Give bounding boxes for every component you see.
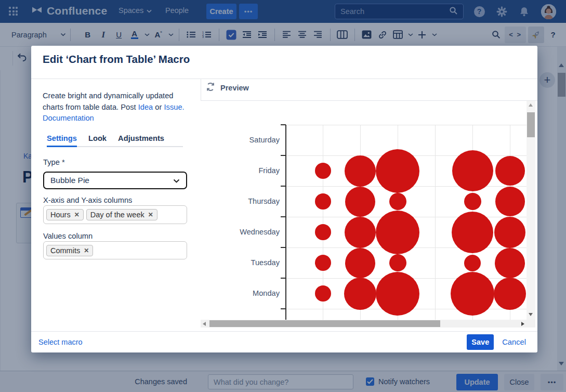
chart-bubble <box>495 156 525 186</box>
type-select-value: Bubble Pie <box>50 176 89 185</box>
y-axis-label: Monday <box>201 289 280 297</box>
column-tag: Hours✕ <box>46 209 84 220</box>
axes-columns-label: X-axis and Y-axis columns <box>43 196 132 204</box>
type-select[interactable]: Bubble Pie <box>43 172 187 189</box>
chart-bubble <box>452 150 493 191</box>
tab-adjustments[interactable]: Adjustments <box>118 134 164 147</box>
preview-vertical-scrollbar[interactable] <box>526 101 535 320</box>
edit-macro-dialog: Edit ‘Chart from Table’ Macro Create bri… <box>31 46 537 352</box>
chart-bubble <box>376 272 419 316</box>
remove-tag-icon[interactable]: ✕ <box>84 247 89 254</box>
chart-bubble <box>494 278 526 310</box>
chart-bubble <box>389 193 406 210</box>
y-axis-label: Thursday <box>201 197 280 205</box>
y-axis-label: Saturday <box>201 136 280 144</box>
preview-label: Preview <box>220 84 249 92</box>
chart-bubble <box>495 187 525 216</box>
chart-preview: SaturdayFridayThursdayWednesdayTuesdayMo… <box>201 101 537 331</box>
chart-bubble <box>451 272 494 316</box>
y-axis-label: Wednesday <box>201 228 280 236</box>
chart-bubble <box>494 217 525 248</box>
chart-bubble <box>464 193 481 210</box>
save-button[interactable]: Save <box>467 334 494 350</box>
cancel-button[interactable]: Cancel <box>502 338 526 346</box>
scroll-down-icon[interactable] <box>529 313 533 316</box>
macro-description: Create bright and dynamically updated ch… <box>43 90 195 124</box>
refresh-icon[interactable] <box>206 82 215 94</box>
chart-bubble <box>376 211 419 254</box>
column-tag: Day of the week✕ <box>86 209 157 220</box>
chart-bubble <box>345 187 375 217</box>
chart-bubble <box>315 163 331 179</box>
remove-tag-icon[interactable]: ✕ <box>148 211 153 218</box>
axes-columns-field[interactable]: Hours✕Day of the week✕ <box>43 205 187 224</box>
scroll-left-icon[interactable] <box>203 322 206 326</box>
chart-bubble <box>464 255 481 271</box>
select-macro-link[interactable]: Select macro <box>38 338 83 346</box>
chart-bubble <box>344 278 376 310</box>
y-axis-label: Friday <box>201 166 280 175</box>
description-link[interactable]: Documentation <box>43 114 94 122</box>
chart-bubble <box>452 212 493 253</box>
chart-bubble <box>345 155 376 187</box>
scroll-up-icon[interactable] <box>529 103 533 107</box>
chart-bubble <box>315 224 331 240</box>
chart-bubble <box>495 248 525 278</box>
scrollbar-thumb[interactable] <box>527 112 535 137</box>
chart-bubble <box>389 254 406 271</box>
description-link[interactable]: Issue. <box>164 103 185 111</box>
values-column-field[interactable]: Commits✕ <box>43 241 187 259</box>
chart-bubble <box>315 193 331 210</box>
dialog-title: Edit ‘Chart from Table’ Macro <box>43 53 190 66</box>
chart-bubble <box>376 149 419 193</box>
preview-plot: SaturdayFridayThursdayWednesdayTuesdayMo… <box>201 101 526 320</box>
dialog-tabs: SettingsLookAdjustments <box>47 134 183 147</box>
remove-tag-icon[interactable]: ✕ <box>74 211 80 218</box>
chart-bubble <box>315 285 331 302</box>
chart-bubble <box>345 217 376 248</box>
tab-settings[interactable]: Settings <box>47 134 77 147</box>
type-label: Type * <box>43 158 65 166</box>
chart-bubble <box>315 255 331 271</box>
tab-look[interactable]: Look <box>88 134 107 147</box>
scrollbar-thumb[interactable] <box>209 320 440 327</box>
chart-bubble <box>345 248 375 278</box>
y-axis-label: Tuesday <box>201 258 280 267</box>
description-link[interactable]: Idea <box>138 103 153 111</box>
chevron-down-icon <box>173 176 180 185</box>
values-column-label: Values column <box>43 232 93 240</box>
column-tag: Commits✕ <box>46 245 93 256</box>
preview-horizontal-scrollbar[interactable] <box>201 320 526 328</box>
dialog-footer: Select macro Save Cancel <box>31 332 537 352</box>
scroll-right-icon[interactable] <box>521 322 524 326</box>
